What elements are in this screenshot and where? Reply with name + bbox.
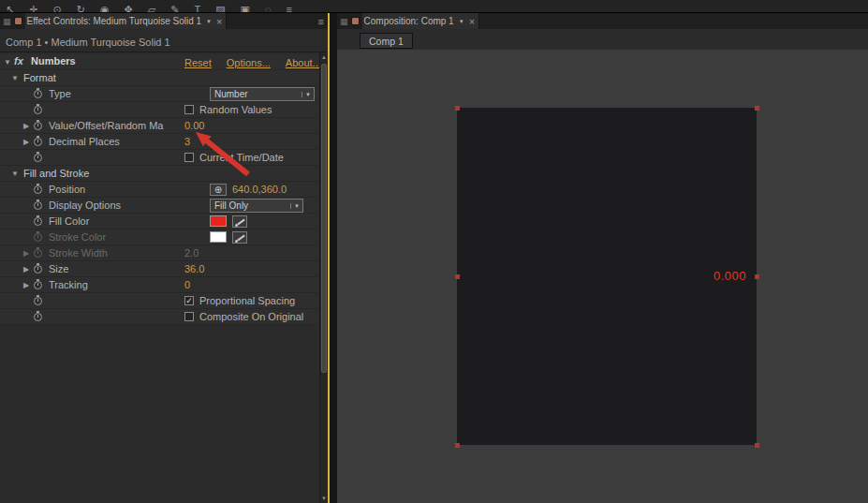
rotate-tool-icon[interactable]: ↻ <box>77 0 85 12</box>
selection-handle[interactable] <box>455 443 460 448</box>
puppet-tool-icon[interactable]: ≡ <box>286 0 291 12</box>
value-offset-value[interactable]: 0.00 <box>184 120 204 131</box>
decimal-places-value[interactable]: 3 <box>184 136 190 147</box>
proportional-spacing-checkbox[interactable]: ✓ <box>184 296 194 305</box>
stopwatch-icon[interactable] <box>34 217 42 226</box>
stopwatch-icon[interactable] <box>34 265 42 274</box>
twirl-closed-icon[interactable]: ▶ <box>22 138 31 146</box>
property-row-tracking: ▶ Tracking 0 <box>0 277 318 293</box>
eyedropper-icon[interactable] <box>232 215 247 228</box>
stroke-color-swatch[interactable] <box>210 231 227 243</box>
stopwatch-icon[interactable] <box>34 185 42 194</box>
checkbox-label: Current Time/Date <box>199 152 284 163</box>
stopwatch-icon[interactable] <box>34 154 42 162</box>
effect-panel-scrollbar[interactable]: ▲ ▼ <box>319 52 328 503</box>
display-options-dropdown[interactable]: Fill Only ▼ <box>210 199 303 213</box>
property-row-type: Type Number ▼ <box>0 86 318 102</box>
property-row-proportional-spacing: ✓ Proportional Spacing <box>0 293 318 309</box>
selection-handle[interactable] <box>455 106 460 111</box>
about-link[interactable]: About... <box>286 57 321 68</box>
tools-toolbar: ↖ ✛ ⊙ ↻ ◉ ✥ ▱ ✎ T ▨ ▣ ◌ ≡ <box>0 0 868 13</box>
stopwatch-icon[interactable] <box>34 138 42 146</box>
options-link[interactable]: Options... <box>227 57 271 68</box>
scrollbar-thumb[interactable] <box>321 64 327 373</box>
scroll-down-icon[interactable]: ▼ <box>320 494 328 503</box>
stopwatch-icon[interactable] <box>34 281 42 289</box>
selection-handle[interactable] <box>755 443 759 448</box>
twirl-open-icon[interactable]: ▼ <box>10 74 20 82</box>
selection-handle[interactable] <box>755 106 759 111</box>
property-label: Position <box>49 184 85 195</box>
camera-tool-icon[interactable]: ◉ <box>100 0 110 12</box>
type-dropdown[interactable]: Number ▼ <box>210 87 315 101</box>
composite-on-original-checkbox[interactable] <box>184 312 194 321</box>
effect-name: Numbers <box>31 55 76 67</box>
random-values-checkbox[interactable] <box>184 105 194 114</box>
eyedropper-icon[interactable] <box>232 231 247 244</box>
property-row-value-offset: ▶ Value/Offset/Random Ma 0.00 <box>0 118 318 134</box>
selection-handle[interactable] <box>455 274 460 279</box>
hand-tool-icon[interactable]: ✛ <box>29 0 37 12</box>
effect-controls-panel: ▦ Effect Controls: Medium Turquoise Soli… <box>0 13 330 503</box>
chevron-down-icon[interactable]: ▼ <box>290 203 302 209</box>
rendered-number-text: 0.000 <box>714 269 746 283</box>
property-row-position: Position ⊕ 640.0,360.0 <box>0 182 318 198</box>
stopwatch-icon[interactable] <box>34 122 42 130</box>
pen-tool-icon[interactable]: ✎ <box>170 0 179 12</box>
chevron-down-icon[interactable]: ▼ <box>302 92 314 97</box>
brush-tool-icon[interactable]: ▨ <box>215 0 225 12</box>
property-label: Fill Color <box>49 215 89 227</box>
stopwatch-icon[interactable] <box>34 106 42 114</box>
property-row-size: ▶ Size 36.0 <box>0 261 318 277</box>
composition-canvas[interactable] <box>457 108 757 445</box>
checkbox-label: Random Values <box>199 104 272 115</box>
twirl-open-icon[interactable]: ▼ <box>10 170 20 178</box>
stopwatch-icon[interactable] <box>34 297 42 305</box>
stopwatch-icon[interactable] <box>34 233 42 242</box>
tracking-value[interactable]: 0 <box>184 279 190 290</box>
property-label: Display Options <box>49 200 121 211</box>
close-icon[interactable]: × <box>469 17 475 26</box>
stopwatch-icon[interactable] <box>34 201 42 210</box>
position-value[interactable]: 640.0,360.0 <box>232 184 287 195</box>
fill-color-swatch[interactable] <box>210 215 227 227</box>
twirl-closed-icon[interactable]: ▶ <box>22 122 31 130</box>
eraser-tool-icon[interactable]: ◌ <box>265 0 272 12</box>
property-row-composite-on-original: Composite On Original <box>0 309 318 325</box>
viewer-tab-comp1[interactable]: Comp 1 <box>360 33 413 49</box>
selection-handle[interactable] <box>755 274 759 279</box>
pan-behind-tool-icon[interactable]: ✥ <box>124 0 132 12</box>
tab-composition[interactable]: Composition: Comp 1 ▼ × <box>362 13 480 29</box>
dropdown-value: Fill Only <box>211 200 290 211</box>
twirl-open-icon[interactable]: ▼ <box>3 58 12 67</box>
twirl-closed-icon[interactable]: ▶ <box>22 281 31 289</box>
stopwatch-icon[interactable] <box>34 249 42 258</box>
mask-tool-icon[interactable]: ▱ <box>148 0 155 12</box>
property-row-stroke-width: ▶ Stroke Width 2.0 <box>0 245 318 261</box>
panel-icon <box>351 17 360 25</box>
zoom-tool-icon[interactable]: ⊙ <box>52 0 61 12</box>
effect-properties-list: ▼ fx Numbers Reset Options... About... ▼… <box>0 13 318 503</box>
tab-title: Composition: Comp 1 <box>364 16 454 26</box>
clone-stamp-tool-icon[interactable]: ▣ <box>241 0 250 12</box>
property-label: Decimal Places <box>49 136 120 147</box>
stopwatch-icon[interactable] <box>34 90 42 98</box>
selection-tool-icon[interactable]: ↖ <box>6 0 14 12</box>
current-time-date-checkbox[interactable] <box>184 153 194 162</box>
property-row-fill-color: Fill Color <box>0 214 318 229</box>
stopwatch-icon[interactable] <box>34 313 42 321</box>
twirl-closed-icon[interactable]: ▶ <box>22 265 31 274</box>
group-row-format: ▼ Format <box>0 70 318 86</box>
reset-link[interactable]: Reset <box>184 57 212 68</box>
position-crosshair-button[interactable]: ⊕ <box>210 184 227 196</box>
composition-viewer[interactable]: 0.000 <box>337 50 868 503</box>
property-label: Type <box>49 88 71 99</box>
chevron-down-icon[interactable]: ▼ <box>459 19 464 24</box>
property-label: Stroke Width <box>49 247 108 259</box>
type-tool-icon[interactable]: T <box>194 0 200 12</box>
composition-panel: ▦ Composition: Comp 1 ▼ × Comp 1 0.000 <box>337 13 868 503</box>
twirl-closed-icon[interactable]: ▶ <box>22 249 31 258</box>
property-label: Tracking <box>49 279 88 290</box>
scroll-up-icon[interactable]: ▲ <box>320 52 328 62</box>
size-value[interactable]: 36.0 <box>184 263 204 274</box>
